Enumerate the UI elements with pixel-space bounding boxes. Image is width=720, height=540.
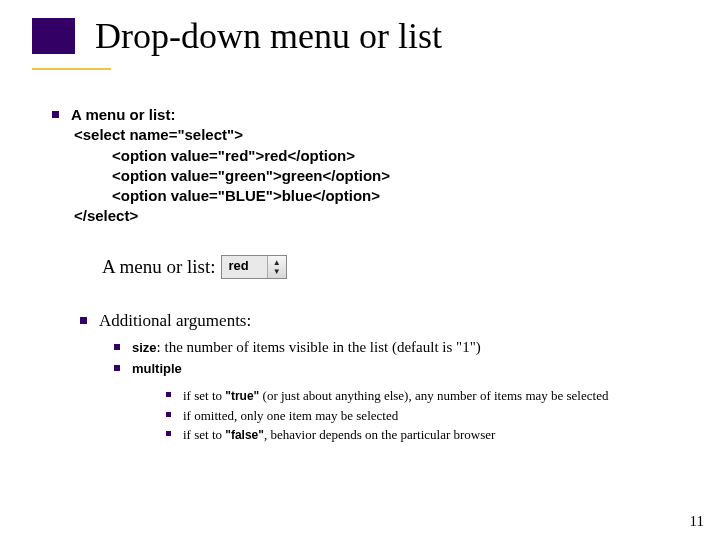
multiple-note: if set to "false", behavior depends on t… bbox=[166, 425, 680, 445]
slide-title: Drop-down menu or list bbox=[95, 18, 442, 54]
bullet-icon bbox=[52, 111, 59, 118]
bullet-icon bbox=[166, 431, 171, 436]
title-block: Drop-down menu or list bbox=[32, 18, 442, 54]
updown-icon: ▲▼ bbox=[267, 256, 286, 278]
additional-heading: Additional arguments: bbox=[80, 311, 680, 331]
additional-section: Additional arguments: size: the number o… bbox=[80, 311, 680, 445]
code-line: <select name="select"> bbox=[52, 125, 680, 145]
code-line: </select> bbox=[52, 206, 680, 226]
bullet-icon bbox=[80, 317, 87, 324]
title-accent-box bbox=[32, 18, 75, 54]
rendered-example: A menu or list: red ▲▼ bbox=[102, 255, 680, 279]
slide-body: A menu or list: <select name="select"> <… bbox=[52, 105, 680, 445]
code-line: <option value="green">green</option> bbox=[52, 166, 680, 186]
title-underline bbox=[32, 68, 111, 70]
intro-text: A menu or list: bbox=[71, 106, 175, 123]
code-line: <option value="BLUE">blue</option> bbox=[52, 186, 680, 206]
bullet-icon bbox=[166, 412, 171, 417]
bullet-icon bbox=[166, 392, 171, 397]
arg-multiple: multiple bbox=[114, 358, 680, 380]
intro-line: A menu or list: bbox=[52, 105, 680, 125]
bullet-icon bbox=[114, 344, 120, 350]
multiple-note: if omitted, only one item may be selecte… bbox=[166, 406, 680, 426]
example-select[interactable]: red ▲▼ bbox=[221, 255, 286, 279]
example-selected-value: red bbox=[222, 256, 266, 278]
code-line: <option value="red">red</option> bbox=[52, 146, 680, 166]
slide: Drop-down menu or list A menu or list: <… bbox=[0, 0, 720, 540]
example-label: A menu or list: bbox=[102, 256, 215, 278]
arg-size: size: the number of items visible in the… bbox=[114, 337, 680, 359]
page-number: 11 bbox=[690, 513, 704, 530]
multiple-note: if set to "true" (or just about anything… bbox=[166, 386, 680, 406]
bullet-icon bbox=[114, 365, 120, 371]
